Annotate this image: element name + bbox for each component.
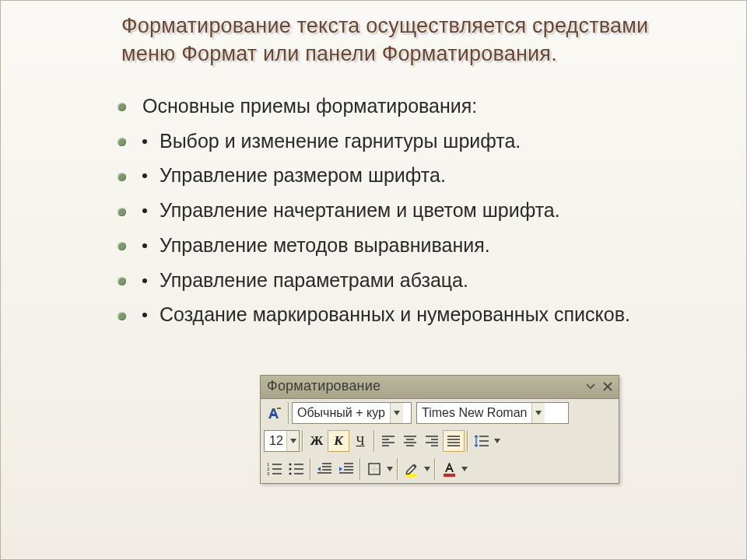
chevron-down-icon[interactable] bbox=[531, 403, 545, 423]
bullet-icon bbox=[117, 138, 126, 146]
title-area: Форматирование текста осуществляется сре… bbox=[1, 1, 746, 76]
italic-button[interactable]: К bbox=[328, 430, 349, 452]
styles-pane-button[interactable] bbox=[264, 402, 286, 424]
align-left-button[interactable] bbox=[377, 430, 399, 452]
bullet-icon bbox=[117, 277, 126, 285]
formatting-toolbar: Форматирование Обычный + кур bbox=[260, 375, 619, 484]
style-combo[interactable]: Обычный + кур bbox=[292, 402, 412, 424]
bullet-icon bbox=[117, 312, 126, 320]
slide-title: Форматирование текста осуществляется сре… bbox=[121, 12, 680, 68]
body-area: Основные приемы форматирования: Выбор и … bbox=[1, 76, 746, 328]
inner-bullet-icon bbox=[142, 173, 147, 178]
highlight-button[interactable] bbox=[401, 458, 423, 480]
size-combo-value: 12 bbox=[265, 434, 286, 448]
decrease-indent-button[interactable] bbox=[314, 458, 335, 480]
separator bbox=[302, 430, 303, 452]
svg-point-5 bbox=[289, 472, 291, 474]
numbered-list-button[interactable]: 1 2 3 bbox=[264, 458, 286, 480]
svg-rect-7 bbox=[405, 474, 416, 477]
list-item: Выбор и изменение гарнитуры шрифта. bbox=[117, 128, 692, 155]
font-combo[interactable]: Times New Roman bbox=[416, 402, 569, 424]
inner-bullet-icon bbox=[142, 208, 147, 213]
slide: Форматирование текста осуществляется сре… bbox=[0, 0, 747, 560]
bullet-icon bbox=[117, 103, 126, 111]
svg-text:3: 3 bbox=[267, 471, 270, 476]
borders-menu[interactable] bbox=[385, 458, 395, 480]
toolbar-row-3: 1 2 3 bbox=[261, 455, 619, 483]
font-combo-value: Times New Roman bbox=[417, 406, 531, 420]
chevron-down-icon[interactable] bbox=[286, 431, 299, 451]
borders-button[interactable] bbox=[363, 458, 385, 480]
toolbar-title: Форматирование bbox=[267, 378, 381, 394]
bullet-icon bbox=[117, 208, 126, 216]
bullet-icon bbox=[117, 173, 126, 181]
underline-label: Ч bbox=[356, 433, 364, 449]
font-color-button[interactable] bbox=[438, 458, 460, 480]
style-combo-value: Обычный + кур bbox=[293, 406, 390, 420]
toolbar-options-icon[interactable] bbox=[584, 381, 597, 392]
separator bbox=[467, 430, 468, 452]
underline-button[interactable]: Ч bbox=[349, 430, 371, 452]
separator bbox=[310, 458, 311, 480]
align-justify-button[interactable] bbox=[443, 430, 465, 452]
list-item-text: Создание маркированных и нумерованных сп… bbox=[160, 303, 630, 325]
list-item: Управление размером шрифта. bbox=[117, 163, 692, 189]
inner-bullet-icon bbox=[142, 278, 147, 283]
list-item-text: Управление параметрами абзаца. bbox=[160, 269, 468, 291]
svg-point-4 bbox=[289, 467, 291, 470]
list-item-text: Управление начертанием и цветом шрифта. bbox=[160, 199, 560, 221]
bold-button[interactable]: Ж bbox=[306, 430, 328, 452]
separator bbox=[397, 458, 398, 480]
list-item-text: Выбор и изменение гарнитуры шрифта. bbox=[160, 130, 521, 152]
inner-bullet-icon bbox=[142, 243, 147, 248]
separator bbox=[288, 402, 289, 424]
bullet-icon bbox=[117, 242, 126, 250]
bold-label: Ж bbox=[310, 433, 324, 449]
list-item: Управление параметрами абзаца. bbox=[117, 268, 692, 294]
font-color-menu[interactable] bbox=[460, 458, 469, 480]
bulleted-list-button[interactable] bbox=[286, 458, 307, 480]
align-right-button[interactable] bbox=[421, 430, 443, 452]
chevron-down-icon[interactable] bbox=[390, 403, 403, 423]
list-item-text: Основные приемы форматирования: bbox=[142, 95, 477, 117]
line-spacing-menu[interactable] bbox=[493, 430, 502, 452]
highlight-menu[interactable] bbox=[423, 458, 432, 480]
align-center-button[interactable] bbox=[399, 430, 421, 452]
line-spacing-button[interactable] bbox=[471, 430, 493, 452]
separator bbox=[374, 430, 375, 452]
list-item-text: Управление размером шрифта. bbox=[160, 164, 446, 186]
separator bbox=[434, 458, 436, 480]
toolbar-row-2: 12 Ж К Ч bbox=[261, 427, 619, 455]
svg-point-3 bbox=[289, 463, 291, 465]
italic-label: К bbox=[334, 433, 343, 449]
list-item: Основные приемы форматирования: bbox=[117, 93, 692, 120]
inner-bullet-icon bbox=[142, 313, 147, 317]
increase-indent-button[interactable] bbox=[335, 458, 357, 480]
inner-bullet-icon bbox=[142, 139, 147, 144]
toolbar-row-1: Обычный + кур Times New Roman bbox=[261, 399, 619, 427]
list-item: Управление методов выравнивания. bbox=[117, 233, 692, 259]
list-item: Создание маркированных и нумерованных сп… bbox=[117, 302, 692, 328]
separator bbox=[359, 458, 361, 480]
size-combo[interactable]: 12 bbox=[264, 430, 300, 452]
list-item-text: Управление методов выравнивания. bbox=[160, 234, 490, 256]
list-item: Управление начертанием и цветом шрифта. bbox=[117, 198, 692, 224]
close-icon[interactable] bbox=[601, 381, 614, 392]
bullet-list: Основные приемы форматирования: Выбор и … bbox=[117, 93, 692, 328]
svg-rect-8 bbox=[444, 474, 455, 477]
toolbar-titlebar[interactable]: Форматирование bbox=[261, 376, 619, 399]
